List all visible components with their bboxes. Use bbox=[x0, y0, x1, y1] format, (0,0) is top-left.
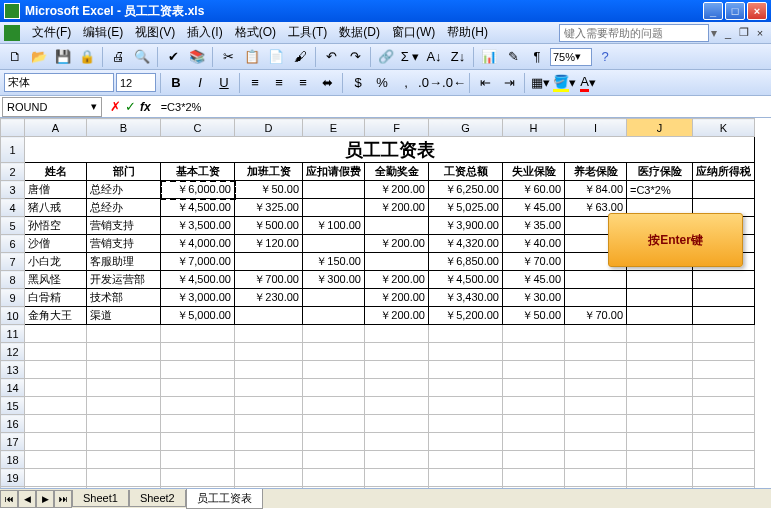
sheet-nav-next[interactable]: ▶ bbox=[36, 490, 54, 508]
font-color-button[interactable]: A▾ bbox=[577, 72, 599, 94]
cell[interactable]: 医疗保险 bbox=[627, 163, 693, 181]
drawing-button[interactable]: ✎ bbox=[502, 46, 524, 68]
sheet-nav-first[interactable]: ⏮ bbox=[0, 490, 18, 508]
cell[interactable] bbox=[303, 325, 365, 343]
cell[interactable] bbox=[693, 343, 755, 361]
align-left-button[interactable]: ≡ bbox=[244, 72, 266, 94]
cell[interactable] bbox=[503, 433, 565, 451]
cell[interactable] bbox=[565, 397, 627, 415]
cell[interactable] bbox=[161, 487, 235, 489]
cell[interactable] bbox=[235, 433, 303, 451]
cell[interactable] bbox=[693, 271, 755, 289]
cell[interactable] bbox=[25, 379, 87, 397]
font-selector[interactable] bbox=[4, 73, 114, 92]
cell[interactable] bbox=[303, 235, 365, 253]
cell[interactable]: ￥70.00 bbox=[565, 307, 627, 325]
cell[interactable]: 白骨精 bbox=[25, 289, 87, 307]
cell[interactable] bbox=[161, 433, 235, 451]
cell[interactable] bbox=[235, 487, 303, 489]
cell[interactable] bbox=[429, 343, 503, 361]
row-header-1[interactable]: 1 bbox=[1, 137, 25, 163]
cell[interactable]: 开发运营部 bbox=[87, 271, 161, 289]
cell[interactable] bbox=[627, 487, 693, 489]
zoom-selector[interactable]: 75% ▾ bbox=[550, 48, 592, 66]
help-search-input[interactable] bbox=[559, 24, 709, 42]
formula-input[interactable]: =C3*2% bbox=[157, 97, 771, 117]
cell[interactable] bbox=[303, 289, 365, 307]
enter-formula-button[interactable]: ✓ bbox=[125, 99, 136, 114]
cell[interactable]: 总经办 bbox=[87, 199, 161, 217]
cell[interactable] bbox=[693, 325, 755, 343]
cell[interactable] bbox=[87, 343, 161, 361]
cell[interactable] bbox=[693, 289, 755, 307]
cell[interactable] bbox=[235, 325, 303, 343]
paste-button[interactable]: 📄 bbox=[265, 46, 287, 68]
new-button[interactable]: 🗋 bbox=[4, 46, 26, 68]
sheet-tab-2[interactable]: Sheet2 bbox=[129, 490, 186, 507]
cell[interactable]: ￥70.00 bbox=[503, 253, 565, 271]
cell[interactable]: 客服助理 bbox=[87, 253, 161, 271]
cell[interactable] bbox=[25, 433, 87, 451]
maximize-button[interactable]: □ bbox=[725, 2, 745, 20]
row-header-18[interactable]: 18 bbox=[1, 451, 25, 469]
cell[interactable]: ￥700.00 bbox=[235, 271, 303, 289]
row-header-2[interactable]: 2 bbox=[1, 163, 25, 181]
select-all-corner[interactable] bbox=[1, 119, 25, 137]
cell[interactable]: 总经办 bbox=[87, 181, 161, 199]
cell[interactable] bbox=[25, 469, 87, 487]
cell[interactable] bbox=[161, 361, 235, 379]
sheet-nav-prev[interactable]: ◀ bbox=[18, 490, 36, 508]
redo-button[interactable]: ↷ bbox=[344, 46, 366, 68]
increase-decimal-button[interactable]: .0→ bbox=[419, 72, 441, 94]
row-header-13[interactable]: 13 bbox=[1, 361, 25, 379]
name-box[interactable]: ROUND ▾ bbox=[2, 97, 102, 117]
cell[interactable]: ￥200.00 bbox=[365, 271, 429, 289]
cell[interactable]: ￥3,430.00 bbox=[429, 289, 503, 307]
col-header-K[interactable]: K bbox=[693, 119, 755, 137]
cell[interactable] bbox=[87, 361, 161, 379]
decrease-indent-button[interactable]: ⇤ bbox=[474, 72, 496, 94]
cell[interactable] bbox=[627, 397, 693, 415]
row-header-11[interactable]: 11 bbox=[1, 325, 25, 343]
cell[interactable]: 基本工资 bbox=[161, 163, 235, 181]
cell[interactable]: ￥5,200.00 bbox=[429, 307, 503, 325]
menu-format[interactable]: 格式(O) bbox=[229, 22, 282, 43]
comma-button[interactable]: , bbox=[395, 72, 417, 94]
cell[interactable] bbox=[25, 415, 87, 433]
editing-cell[interactable]: =C3*2% bbox=[627, 181, 693, 199]
cell[interactable]: ￥325.00 bbox=[235, 199, 303, 217]
italic-button[interactable]: I bbox=[189, 72, 211, 94]
cell[interactable] bbox=[693, 487, 755, 489]
cell[interactable] bbox=[429, 469, 503, 487]
cell[interactable]: ￥150.00 bbox=[303, 253, 365, 271]
cell[interactable] bbox=[627, 379, 693, 397]
currency-button[interactable]: $ bbox=[347, 72, 369, 94]
cell[interactable] bbox=[565, 451, 627, 469]
save-button[interactable]: 💾 bbox=[52, 46, 74, 68]
cell[interactable] bbox=[365, 415, 429, 433]
cell[interactable]: ￥40.00 bbox=[503, 235, 565, 253]
cell[interactable]: ￥100.00 bbox=[303, 217, 365, 235]
cell[interactable] bbox=[503, 415, 565, 433]
sheet-title[interactable]: 员工工资表 bbox=[25, 137, 755, 163]
cell[interactable] bbox=[87, 325, 161, 343]
cell[interactable] bbox=[235, 361, 303, 379]
row-header-4[interactable]: 4 bbox=[1, 199, 25, 217]
cell[interactable]: ￥500.00 bbox=[235, 217, 303, 235]
cell[interactable] bbox=[365, 379, 429, 397]
row-header-19[interactable]: 19 bbox=[1, 469, 25, 487]
cell[interactable]: ￥50.00 bbox=[235, 181, 303, 199]
cell[interactable] bbox=[503, 469, 565, 487]
cell[interactable]: 失业保险 bbox=[503, 163, 565, 181]
cell[interactable]: 营销支持 bbox=[87, 217, 161, 235]
cell[interactable] bbox=[627, 325, 693, 343]
cell[interactable] bbox=[429, 361, 503, 379]
cell[interactable]: ￥4,320.00 bbox=[429, 235, 503, 253]
row-header-14[interactable]: 14 bbox=[1, 379, 25, 397]
cell[interactable]: 孙悟空 bbox=[25, 217, 87, 235]
col-header-E[interactable]: E bbox=[303, 119, 365, 137]
cell[interactable]: ￥200.00 bbox=[365, 235, 429, 253]
cancel-formula-button[interactable]: ✗ bbox=[110, 99, 121, 114]
cell[interactable] bbox=[87, 415, 161, 433]
spreadsheet-grid[interactable]: A B C D E F G H I J K 1员工工资表 2 姓名部门基本工资加… bbox=[0, 118, 771, 488]
